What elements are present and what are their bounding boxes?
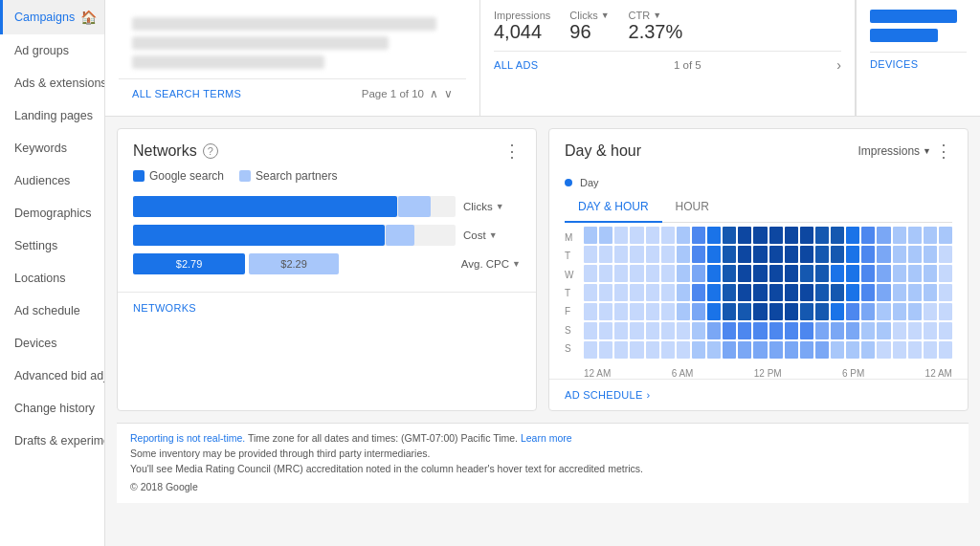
heatmap-cell[interactable] xyxy=(939,265,952,282)
heatmap-cell[interactable] xyxy=(893,341,906,359)
heatmap-cell[interactable] xyxy=(908,265,922,282)
heatmap-cell[interactable] xyxy=(661,303,675,320)
heatmap-cell[interactable] xyxy=(630,284,643,301)
sidebar-item-demographics[interactable]: Demographics xyxy=(0,197,104,229)
heatmap-cell[interactable] xyxy=(584,322,597,339)
heatmap-cell[interactable] xyxy=(877,322,890,339)
heatmap-cell[interactable] xyxy=(677,227,690,244)
heatmap-cell[interactable] xyxy=(677,303,690,320)
heatmap-cell[interactable] xyxy=(893,227,906,244)
heatmap-cell[interactable] xyxy=(707,246,721,263)
heatmap-cell[interactable] xyxy=(646,227,659,244)
heatmap-cell[interactable] xyxy=(785,227,798,244)
heatmap-cell[interactable] xyxy=(924,246,937,263)
heatmap-cell[interactable] xyxy=(723,246,736,263)
sidebar-item-devices[interactable]: Devices xyxy=(0,327,104,360)
heatmap-cell[interactable] xyxy=(831,322,844,339)
heatmap-cell[interactable] xyxy=(908,227,922,244)
heatmap-cell[interactable] xyxy=(753,227,767,244)
heatmap-cell[interactable] xyxy=(908,341,922,359)
cpc-dropdown-icon[interactable]: ▼ xyxy=(512,259,521,269)
heatmap-cell[interactable] xyxy=(707,303,721,320)
ctr-dropdown-icon[interactable]: ▼ xyxy=(653,11,661,20)
heatmap-cell[interactable] xyxy=(707,265,721,282)
heatmap-cell[interactable] xyxy=(677,246,690,263)
heatmap-cell[interactable] xyxy=(723,303,736,320)
chevron-right-icon[interactable]: › xyxy=(836,57,841,73)
heatmap-cell[interactable] xyxy=(614,303,628,320)
heatmap-cell[interactable] xyxy=(893,303,906,320)
heatmap-cell[interactable] xyxy=(753,284,767,301)
sidebar-item-locations[interactable]: Locations xyxy=(0,262,104,295)
heatmap-cell[interactable] xyxy=(815,322,829,339)
heatmap-cell[interactable] xyxy=(769,265,783,282)
heatmap-cell[interactable] xyxy=(831,246,844,263)
heatmap-cell[interactable] xyxy=(893,284,906,301)
heatmap-cell[interactable] xyxy=(630,246,643,263)
learn-more-link[interactable]: Learn more xyxy=(521,432,572,444)
heatmap-cell[interactable] xyxy=(846,341,859,359)
heatmap-cell[interactable] xyxy=(599,265,612,282)
heatmap-cell[interactable] xyxy=(599,284,612,301)
heatmap-cell[interactable] xyxy=(738,284,751,301)
sidebar-item-change-history[interactable]: Change history xyxy=(0,392,104,425)
heatmap-cell[interactable] xyxy=(614,246,628,263)
heatmap-cell[interactable] xyxy=(738,303,751,320)
heatmap-cell[interactable] xyxy=(723,322,736,339)
sidebar-item-audiences[interactable]: Audiences xyxy=(0,164,104,197)
heatmap-cell[interactable] xyxy=(599,341,612,359)
sidebar-item-adgroups[interactable]: Ad groups xyxy=(0,34,104,67)
heatmap-cell[interactable] xyxy=(924,303,937,320)
chevron-up-icon[interactable]: ∧ xyxy=(430,87,438,100)
tab-day-hour[interactable]: DAY & HOUR xyxy=(565,192,662,223)
heatmap-cell[interactable] xyxy=(877,284,890,301)
networks-more-icon[interactable]: ⋮ xyxy=(503,142,521,160)
heatmap-cell[interactable] xyxy=(846,227,859,244)
heatmap-cell[interactable] xyxy=(846,303,859,320)
heatmap-cell[interactable] xyxy=(723,284,736,301)
heatmap-cell[interactable] xyxy=(584,227,597,244)
heatmap-cell[interactable] xyxy=(753,341,767,359)
networks-link[interactable]: NETWORKS xyxy=(118,292,536,323)
heatmap-cell[interactable] xyxy=(707,341,721,359)
heatmap-cell[interactable] xyxy=(738,322,751,339)
heatmap-cell[interactable] xyxy=(785,246,798,263)
heatmap-cell[interactable] xyxy=(861,322,875,339)
devices-link[interactable]: DEVICES xyxy=(870,58,967,70)
heatmap-cell[interactable] xyxy=(861,246,875,263)
heatmap-cell[interactable] xyxy=(877,246,890,263)
heatmap-cell[interactable] xyxy=(924,284,937,301)
heatmap-cell[interactable] xyxy=(707,227,721,244)
heatmap-cell[interactable] xyxy=(677,284,690,301)
heatmap-cell[interactable] xyxy=(753,303,767,320)
heatmap-cell[interactable] xyxy=(738,341,751,359)
heatmap-cell[interactable] xyxy=(769,303,783,320)
sidebar-item-ad-schedule[interactable]: Ad schedule xyxy=(0,295,104,327)
heatmap-cell[interactable] xyxy=(924,265,937,282)
heatmap-cell[interactable] xyxy=(861,284,875,301)
heatmap-cell[interactable] xyxy=(584,303,597,320)
heatmap-cell[interactable] xyxy=(846,246,859,263)
heatmap-cell[interactable] xyxy=(599,227,612,244)
heatmap-cell[interactable] xyxy=(738,227,751,244)
heatmap-cell[interactable] xyxy=(614,341,628,359)
all-search-terms-link[interactable]: ALL SEARCH TERMS xyxy=(132,88,241,99)
heatmap-cell[interactable] xyxy=(800,265,813,282)
heatmap-cell[interactable] xyxy=(692,265,705,282)
heatmap-cell[interactable] xyxy=(584,265,597,282)
heatmap-cell[interactable] xyxy=(584,246,597,263)
ad-schedule-link[interactable]: AD SCHEDULE › xyxy=(549,379,968,410)
heatmap-cell[interactable] xyxy=(630,322,643,339)
heatmap-cell[interactable] xyxy=(677,265,690,282)
heatmap-cell[interactable] xyxy=(738,265,751,282)
heatmap-cell[interactable] xyxy=(785,322,798,339)
heatmap-cell[interactable] xyxy=(661,341,675,359)
sidebar-item-campaigns[interactable]: Campaigns 🏠 xyxy=(0,0,104,34)
heatmap-cell[interactable] xyxy=(846,284,859,301)
heatmap-cell[interactable] xyxy=(661,284,675,301)
heatmap-cell[interactable] xyxy=(846,265,859,282)
heatmap-cell[interactable] xyxy=(877,265,890,282)
cost-dropdown-icon[interactable]: ▼ xyxy=(489,230,498,240)
heatmap-cell[interactable] xyxy=(785,284,798,301)
sidebar-item-landing-pages[interactable]: Landing pages xyxy=(0,99,104,132)
